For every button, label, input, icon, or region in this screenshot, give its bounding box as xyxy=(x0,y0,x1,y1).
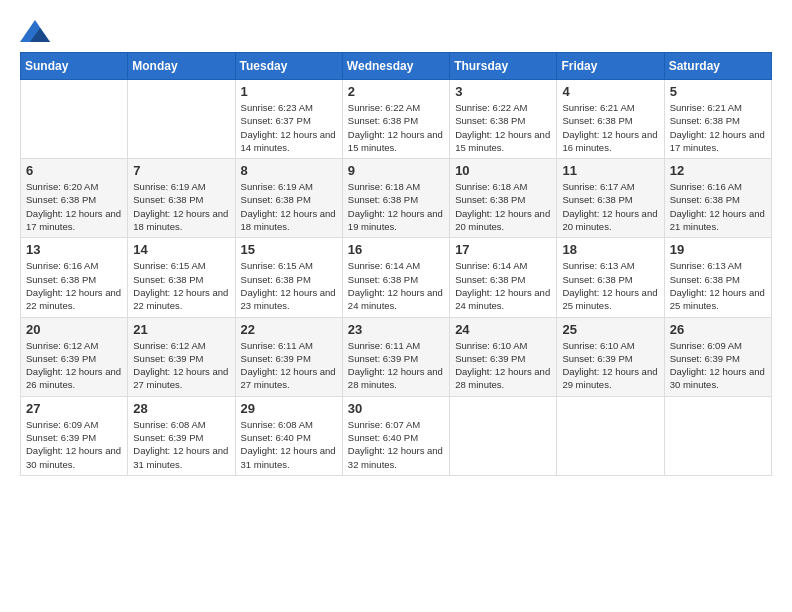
day-info: Sunrise: 6:13 AM Sunset: 6:38 PM Dayligh… xyxy=(562,259,658,312)
calendar-cell xyxy=(21,80,128,159)
calendar-cell: 24Sunrise: 6:10 AM Sunset: 6:39 PM Dayli… xyxy=(450,317,557,396)
day-info: Sunrise: 6:22 AM Sunset: 6:38 PM Dayligh… xyxy=(455,101,551,154)
calendar-cell: 5Sunrise: 6:21 AM Sunset: 6:38 PM Daylig… xyxy=(664,80,771,159)
calendar-cell xyxy=(664,396,771,475)
day-info: Sunrise: 6:16 AM Sunset: 6:38 PM Dayligh… xyxy=(26,259,122,312)
day-number: 2 xyxy=(348,84,444,99)
day-info: Sunrise: 6:08 AM Sunset: 6:39 PM Dayligh… xyxy=(133,418,229,471)
calendar-cell: 11Sunrise: 6:17 AM Sunset: 6:38 PM Dayli… xyxy=(557,159,664,238)
day-info: Sunrise: 6:09 AM Sunset: 6:39 PM Dayligh… xyxy=(26,418,122,471)
day-number: 25 xyxy=(562,322,658,337)
day-info: Sunrise: 6:19 AM Sunset: 6:38 PM Dayligh… xyxy=(133,180,229,233)
header-monday: Monday xyxy=(128,53,235,80)
day-number: 30 xyxy=(348,401,444,416)
calendar-header-row: SundayMondayTuesdayWednesdayThursdayFrid… xyxy=(21,53,772,80)
day-number: 26 xyxy=(670,322,766,337)
day-info: Sunrise: 6:15 AM Sunset: 6:38 PM Dayligh… xyxy=(241,259,337,312)
calendar-cell: 30Sunrise: 6:07 AM Sunset: 6:40 PM Dayli… xyxy=(342,396,449,475)
calendar-cell: 22Sunrise: 6:11 AM Sunset: 6:39 PM Dayli… xyxy=(235,317,342,396)
day-info: Sunrise: 6:12 AM Sunset: 6:39 PM Dayligh… xyxy=(26,339,122,392)
calendar-cell: 2Sunrise: 6:22 AM Sunset: 6:38 PM Daylig… xyxy=(342,80,449,159)
day-number: 1 xyxy=(241,84,337,99)
calendar-cell: 6Sunrise: 6:20 AM Sunset: 6:38 PM Daylig… xyxy=(21,159,128,238)
day-number: 15 xyxy=(241,242,337,257)
header-sunday: Sunday xyxy=(21,53,128,80)
calendar-cell: 3Sunrise: 6:22 AM Sunset: 6:38 PM Daylig… xyxy=(450,80,557,159)
logo-icon xyxy=(20,20,50,42)
day-number: 18 xyxy=(562,242,658,257)
calendar-cell: 7Sunrise: 6:19 AM Sunset: 6:38 PM Daylig… xyxy=(128,159,235,238)
header-thursday: Thursday xyxy=(450,53,557,80)
day-info: Sunrise: 6:10 AM Sunset: 6:39 PM Dayligh… xyxy=(455,339,551,392)
day-number: 22 xyxy=(241,322,337,337)
day-info: Sunrise: 6:18 AM Sunset: 6:38 PM Dayligh… xyxy=(348,180,444,233)
day-number: 4 xyxy=(562,84,658,99)
day-info: Sunrise: 6:08 AM Sunset: 6:40 PM Dayligh… xyxy=(241,418,337,471)
day-number: 8 xyxy=(241,163,337,178)
calendar-cell: 15Sunrise: 6:15 AM Sunset: 6:38 PM Dayli… xyxy=(235,238,342,317)
calendar-cell: 27Sunrise: 6:09 AM Sunset: 6:39 PM Dayli… xyxy=(21,396,128,475)
calendar-cell: 9Sunrise: 6:18 AM Sunset: 6:38 PM Daylig… xyxy=(342,159,449,238)
calendar-cell: 21Sunrise: 6:12 AM Sunset: 6:39 PM Dayli… xyxy=(128,317,235,396)
calendar-cell: 18Sunrise: 6:13 AM Sunset: 6:38 PM Dayli… xyxy=(557,238,664,317)
calendar-cell: 16Sunrise: 6:14 AM Sunset: 6:38 PM Dayli… xyxy=(342,238,449,317)
day-info: Sunrise: 6:18 AM Sunset: 6:38 PM Dayligh… xyxy=(455,180,551,233)
day-number: 13 xyxy=(26,242,122,257)
header-saturday: Saturday xyxy=(664,53,771,80)
day-number: 14 xyxy=(133,242,229,257)
day-number: 21 xyxy=(133,322,229,337)
calendar-cell: 14Sunrise: 6:15 AM Sunset: 6:38 PM Dayli… xyxy=(128,238,235,317)
calendar-cell: 4Sunrise: 6:21 AM Sunset: 6:38 PM Daylig… xyxy=(557,80,664,159)
calendar-cell xyxy=(128,80,235,159)
day-info: Sunrise: 6:23 AM Sunset: 6:37 PM Dayligh… xyxy=(241,101,337,154)
calendar-cell: 8Sunrise: 6:19 AM Sunset: 6:38 PM Daylig… xyxy=(235,159,342,238)
day-number: 28 xyxy=(133,401,229,416)
day-number: 20 xyxy=(26,322,122,337)
day-info: Sunrise: 6:21 AM Sunset: 6:38 PM Dayligh… xyxy=(562,101,658,154)
day-info: Sunrise: 6:16 AM Sunset: 6:38 PM Dayligh… xyxy=(670,180,766,233)
day-number: 11 xyxy=(562,163,658,178)
day-number: 10 xyxy=(455,163,551,178)
calendar-cell: 20Sunrise: 6:12 AM Sunset: 6:39 PM Dayli… xyxy=(21,317,128,396)
logo xyxy=(20,20,54,42)
day-info: Sunrise: 6:11 AM Sunset: 6:39 PM Dayligh… xyxy=(241,339,337,392)
day-info: Sunrise: 6:14 AM Sunset: 6:38 PM Dayligh… xyxy=(455,259,551,312)
day-info: Sunrise: 6:17 AM Sunset: 6:38 PM Dayligh… xyxy=(562,180,658,233)
day-info: Sunrise: 6:11 AM Sunset: 6:39 PM Dayligh… xyxy=(348,339,444,392)
day-number: 19 xyxy=(670,242,766,257)
day-number: 7 xyxy=(133,163,229,178)
day-info: Sunrise: 6:09 AM Sunset: 6:39 PM Dayligh… xyxy=(670,339,766,392)
day-info: Sunrise: 6:15 AM Sunset: 6:38 PM Dayligh… xyxy=(133,259,229,312)
header-wednesday: Wednesday xyxy=(342,53,449,80)
day-number: 23 xyxy=(348,322,444,337)
page-header xyxy=(20,20,772,42)
week-row-2: 13Sunrise: 6:16 AM Sunset: 6:38 PM Dayli… xyxy=(21,238,772,317)
calendar-cell xyxy=(557,396,664,475)
calendar-cell: 29Sunrise: 6:08 AM Sunset: 6:40 PM Dayli… xyxy=(235,396,342,475)
day-info: Sunrise: 6:22 AM Sunset: 6:38 PM Dayligh… xyxy=(348,101,444,154)
day-info: Sunrise: 6:19 AM Sunset: 6:38 PM Dayligh… xyxy=(241,180,337,233)
calendar-cell: 19Sunrise: 6:13 AM Sunset: 6:38 PM Dayli… xyxy=(664,238,771,317)
day-number: 3 xyxy=(455,84,551,99)
day-info: Sunrise: 6:21 AM Sunset: 6:38 PM Dayligh… xyxy=(670,101,766,154)
calendar-cell: 25Sunrise: 6:10 AM Sunset: 6:39 PM Dayli… xyxy=(557,317,664,396)
calendar-cell: 12Sunrise: 6:16 AM Sunset: 6:38 PM Dayli… xyxy=(664,159,771,238)
day-info: Sunrise: 6:13 AM Sunset: 6:38 PM Dayligh… xyxy=(670,259,766,312)
day-number: 27 xyxy=(26,401,122,416)
day-info: Sunrise: 6:12 AM Sunset: 6:39 PM Dayligh… xyxy=(133,339,229,392)
calendar-cell: 13Sunrise: 6:16 AM Sunset: 6:38 PM Dayli… xyxy=(21,238,128,317)
header-tuesday: Tuesday xyxy=(235,53,342,80)
day-number: 16 xyxy=(348,242,444,257)
week-row-0: 1Sunrise: 6:23 AM Sunset: 6:37 PM Daylig… xyxy=(21,80,772,159)
day-number: 12 xyxy=(670,163,766,178)
day-number: 5 xyxy=(670,84,766,99)
calendar-cell: 17Sunrise: 6:14 AM Sunset: 6:38 PM Dayli… xyxy=(450,238,557,317)
day-info: Sunrise: 6:10 AM Sunset: 6:39 PM Dayligh… xyxy=(562,339,658,392)
calendar-cell: 1Sunrise: 6:23 AM Sunset: 6:37 PM Daylig… xyxy=(235,80,342,159)
calendar-cell: 28Sunrise: 6:08 AM Sunset: 6:39 PM Dayli… xyxy=(128,396,235,475)
day-number: 6 xyxy=(26,163,122,178)
day-number: 9 xyxy=(348,163,444,178)
day-info: Sunrise: 6:20 AM Sunset: 6:38 PM Dayligh… xyxy=(26,180,122,233)
day-number: 29 xyxy=(241,401,337,416)
day-number: 17 xyxy=(455,242,551,257)
